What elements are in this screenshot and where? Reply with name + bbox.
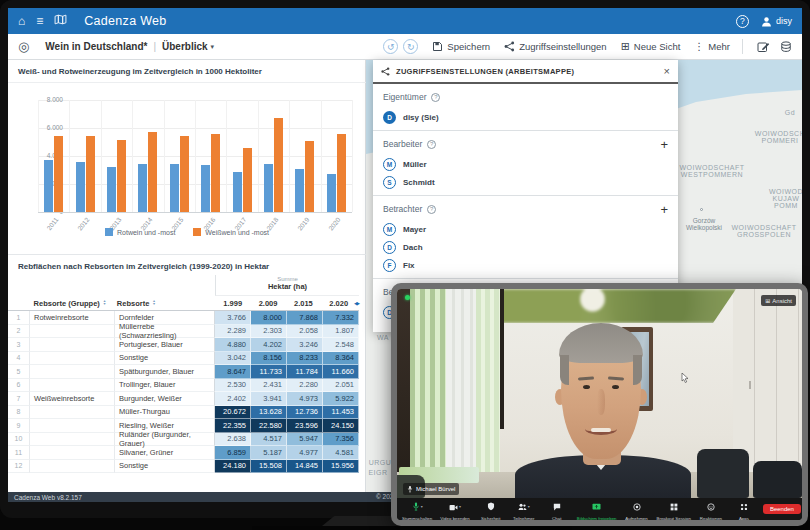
- avatar: F: [383, 259, 396, 272]
- bar-rotwein-2015: [170, 164, 179, 212]
- bar-weißwein-2020: [337, 134, 346, 212]
- cell-gruppe: [30, 419, 115, 433]
- shield-button[interactable]: Sicherheit: [478, 497, 504, 521]
- map-label: WOIWODSCHAFT GROSSPOLEN: [731, 224, 796, 238]
- save-button[interactable]: Speichern: [432, 41, 490, 52]
- cell-value: 4.517: [251, 433, 287, 447]
- edit-form-button[interactable]: [757, 41, 770, 53]
- sort-header-rebsorte[interactable]: Rebsorte▲▼: [113, 299, 211, 308]
- gridline: [101, 100, 102, 212]
- table-row: 8Müller-Thurgau20.67213.62812.73611.453: [8, 406, 359, 420]
- bar-weißwein-2016: [211, 134, 220, 212]
- cell-value: 11.453: [323, 406, 359, 420]
- caret-icon[interactable]: ▾: [459, 504, 461, 509]
- participants-button[interactable]: ▾Teilnehmer: [511, 497, 537, 521]
- add-person-button[interactable]: +: [660, 137, 668, 152]
- breakout-icon: [670, 497, 678, 515]
- caret-icon[interactable]: ▾: [421, 504, 423, 509]
- column-pager-icon[interactable]: ◀▶: [354, 301, 359, 306]
- chart-panel: Weiß- und Rotweinerzeugung im Zeitvergle…: [8, 60, 366, 255]
- recording-indicator: [405, 295, 410, 300]
- bar-rotwein-2020: [327, 174, 336, 213]
- cell-gruppe: [30, 460, 115, 474]
- map-label: Gorzów Wielkopolski: [686, 217, 722, 231]
- divider: [742, 39, 743, 54]
- bar-rotwein-2011: [44, 160, 53, 212]
- wardrobe: [733, 289, 802, 474]
- cell-value: 24.180: [215, 460, 251, 474]
- cell-value: 2.548: [323, 338, 359, 352]
- share-icon: [504, 41, 515, 52]
- end-meeting-button[interactable]: Beenden: [763, 504, 801, 514]
- new-view-button[interactable]: ⊞ Neue Sicht: [621, 40, 681, 53]
- mic-button[interactable]: ▾Stummschalten: [402, 497, 432, 521]
- row-number: 11: [8, 446, 30, 460]
- workbook-title: Wein in Deutschland*: [45, 41, 147, 52]
- bar-rotwein-2018: [264, 164, 273, 212]
- camera-button[interactable]: ▾Video beenden: [440, 497, 469, 521]
- sort-icon: ▲▼: [152, 300, 156, 306]
- menu-icon[interactable]: ≡: [36, 14, 43, 28]
- workbook-icon[interactable]: ◎: [18, 39, 29, 54]
- cell-value: 2.058: [287, 325, 323, 339]
- close-icon[interactable]: ×: [664, 65, 670, 77]
- bar-chart: 8.0006.0004.0002.00002011201220132014201…: [38, 100, 352, 212]
- undo-button[interactable]: ↺: [383, 39, 398, 54]
- breakout-button[interactable]: Breakout Session: [657, 497, 691, 521]
- user-icon: [761, 16, 772, 27]
- bar-weißwein-2014: [148, 132, 157, 213]
- cell-value: 11.784: [287, 365, 323, 379]
- access-settings-button[interactable]: Zugriffseinstellungen: [504, 41, 607, 52]
- cell-value: 11.733: [251, 365, 287, 379]
- person-row: MMayer: [383, 220, 668, 238]
- cell-value: 3.042: [215, 352, 251, 366]
- map-label: WOIWOD KUJAW POMM: [769, 188, 802, 209]
- cell-value: 22.355: [215, 419, 251, 433]
- redo-button[interactable]: ↻: [403, 39, 418, 54]
- mic-icon: [412, 497, 420, 515]
- screen-share-button[interactable]: Bildschirm freigeben: [577, 497, 617, 521]
- gridline: [289, 100, 290, 212]
- bar-rotwein-2017: [233, 172, 242, 212]
- cell-value: 8.647: [215, 365, 251, 379]
- more-button[interactable]: ⋮ Mehr: [694, 41, 730, 52]
- panel-header: ZUGRIFFSEINSTELLUNGEN (ARBEITSMAPPE) ×: [373, 60, 678, 84]
- add-person-button[interactable]: +: [660, 202, 668, 217]
- user-menu[interactable]: disy: [761, 16, 792, 27]
- webcam-video: ⊞ Ansicht Michael Bürvel: [397, 289, 802, 498]
- cell-rebsorte: Sonstige: [115, 460, 215, 474]
- version-label: Cadenza Web v8.2.157: [14, 494, 82, 501]
- gridline: [195, 100, 196, 212]
- bar-rotwein-2012: [76, 162, 85, 212]
- apps-button[interactable]: Apps: [731, 497, 757, 521]
- table-panel: Rebflächen nach Rebsorten im Zeitverglei…: [8, 255, 366, 492]
- help-icon[interactable]: ?: [736, 15, 749, 28]
- person-name: Fix: [403, 261, 415, 270]
- screen-share-icon: [592, 497, 601, 515]
- cell-value: 5.922: [323, 392, 359, 406]
- view-selector[interactable]: Überblick: [162, 41, 208, 52]
- caret-icon[interactable]: ▾: [528, 504, 530, 509]
- data-browser-button[interactable]: [780, 41, 792, 53]
- map-label: WOIWODSCHAFT WESTPOMMERN: [679, 164, 744, 178]
- bar-weißwein-2012: [86, 136, 95, 212]
- legend-item: Rotwein und -most: [105, 228, 175, 236]
- record-button[interactable]: Aufnehmen: [624, 497, 650, 521]
- sort-header-gruppe[interactable]: Rebsorte (Gruppe)▲▼: [30, 299, 113, 308]
- bar-rotwein-2019: [295, 169, 304, 212]
- reactions-button[interactable]: Reaktionen: [698, 497, 724, 521]
- view-button[interactable]: ⊞ Ansicht: [761, 295, 796, 306]
- home-icon[interactable]: ⌂: [18, 14, 25, 28]
- section-divider: [373, 278, 678, 279]
- map-icon[interactable]: [54, 14, 67, 28]
- section-label: Betrachter: [383, 204, 422, 214]
- sort-icon: ▲▼: [103, 300, 107, 306]
- chevron-down-icon: ▾: [211, 43, 215, 51]
- smile: [591, 428, 611, 432]
- chat-button[interactable]: Chat: [544, 497, 570, 521]
- cell-value: 2.638: [215, 433, 251, 447]
- cell-value: 8.364: [323, 352, 359, 366]
- gridline: [69, 100, 70, 212]
- map-label: URGU: [369, 459, 392, 466]
- cell-value: 2.402: [215, 392, 251, 406]
